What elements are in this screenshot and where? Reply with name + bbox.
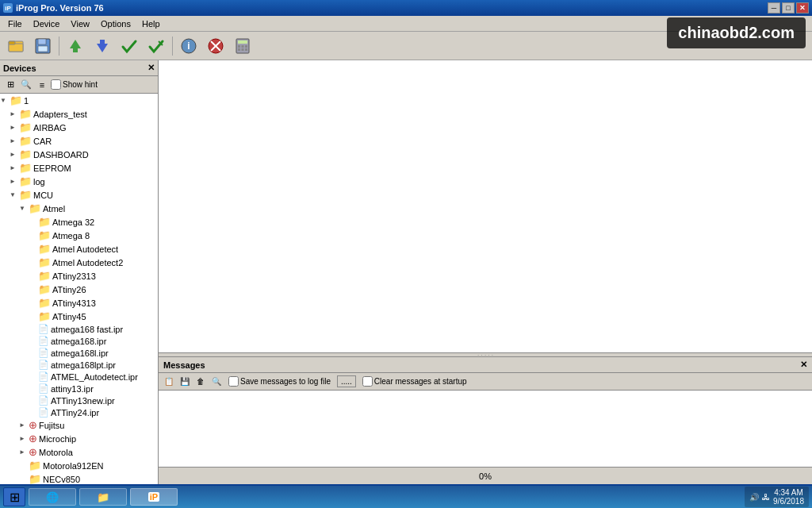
tree-item[interactable]: ▼ 📁 MCU bbox=[0, 188, 158, 202]
svg-rect-18 bbox=[238, 45, 240, 48]
taskbar-iprog[interactable]: iP bbox=[130, 488, 178, 506]
start-button[interactable]: ⊞ bbox=[3, 487, 25, 506]
verify-button[interactable] bbox=[117, 35, 142, 57]
toolbar-separator-2 bbox=[172, 37, 173, 56]
open-button[interactable] bbox=[3, 35, 29, 57]
msg-clear-btn[interactable]: 🗑 bbox=[193, 375, 208, 388]
tree-item[interactable]: 📁 NECv850 bbox=[0, 472, 158, 484]
tree-item[interactable]: 📁 ATtiny26 bbox=[0, 283, 158, 296]
tree-item[interactable]: 📄 atmega168lpt.ipr bbox=[0, 359, 158, 371]
tree-item[interactable]: ► ⊕ Motorola bbox=[0, 445, 158, 459]
svg-marker-8 bbox=[97, 44, 108, 52]
close-messages-icon[interactable]: ✕ bbox=[800, 360, 807, 370]
tree-item[interactable]: ▼ 📁 1 bbox=[0, 94, 158, 107]
tree-item[interactable]: 📄 ATMEL_Autodetect.ipr bbox=[0, 371, 158, 383]
tree-item[interactable]: 📄 attiny13.ipr bbox=[0, 383, 158, 394]
tree-item[interactable]: 📄 atmega168 fast.ipr bbox=[0, 323, 158, 335]
save-log-label: Save messages to log file bbox=[228, 376, 331, 387]
messages-title: Messages bbox=[163, 360, 205, 370]
taskbar: ⊞ 🌐 📁 iP 🔊 🖧 4:34 AM 9/6/2018 bbox=[0, 484, 812, 508]
watermark: chinaobd2.com bbox=[667, 17, 806, 48]
explorer-icon: 📁 bbox=[97, 491, 109, 503]
config-button[interactable] bbox=[144, 35, 169, 57]
menu-view[interactable]: View bbox=[66, 17, 94, 30]
tree-item[interactable]: 📄 ATTiny24.ipr bbox=[0, 406, 158, 418]
tree-item[interactable]: ► 📁 DASHBOARD bbox=[0, 148, 158, 161]
messages-panel: Messages ✕ 📋 💾 🗑 🔍 Save messages to log … bbox=[159, 357, 812, 484]
clear-messages-checkbox[interactable] bbox=[362, 376, 373, 387]
tree-item[interactable]: ► 📁 Adapters_test bbox=[0, 107, 158, 121]
messages-toolbar: 📋 💾 🗑 🔍 Save messages to log file ..... … bbox=[159, 373, 812, 391]
messages-options: Save messages to log file ..... Clear me… bbox=[228, 375, 467, 387]
show-hint-checkbox[interactable] bbox=[51, 79, 61, 90]
tree-item[interactable]: 📁 ATtiny45 bbox=[0, 310, 158, 323]
tree-item[interactable]: 📄 atmega168.ipr bbox=[0, 335, 158, 347]
svg-rect-20 bbox=[245, 45, 247, 48]
close-button[interactable]: ✕ bbox=[796, 2, 809, 13]
save-button[interactable] bbox=[30, 35, 56, 57]
minimize-button[interactable]: ─ bbox=[768, 2, 780, 13]
tree-item[interactable]: 📁 ATtiny4313 bbox=[0, 296, 158, 310]
tray-area: 🔊 🖧 4:34 AM 9/6/2018 bbox=[745, 487, 809, 507]
main-area bbox=[159, 60, 812, 352]
menu-device[interactable]: Device bbox=[29, 17, 65, 30]
tree-item[interactable]: ► 📁 AIRBAG bbox=[0, 121, 158, 134]
download-button[interactable] bbox=[90, 35, 115, 57]
tree-item[interactable]: ► 📁 log bbox=[0, 175, 158, 188]
tree-item[interactable]: 📄 atmega168l.ipr bbox=[0, 347, 158, 359]
tree-item[interactable]: ► ⊕ Fujitsu bbox=[0, 418, 158, 432]
svg-marker-6 bbox=[70, 40, 81, 48]
maximize-button[interactable]: □ bbox=[782, 2, 795, 13]
clock: 4:34 AM 9/6/2018 bbox=[773, 488, 804, 506]
svg-rect-7 bbox=[73, 48, 78, 52]
tree-item[interactable]: ► 📁 CAR bbox=[0, 134, 158, 148]
msg-copy-btn[interactable]: 📋 bbox=[162, 375, 176, 388]
svg-rect-17 bbox=[238, 40, 247, 44]
menu-file[interactable]: File bbox=[3, 17, 27, 30]
svg-rect-22 bbox=[242, 48, 244, 51]
tree-item[interactable]: 📁 Atmega 32 bbox=[0, 215, 158, 229]
tree-item[interactable]: 📁 Atmega 8 bbox=[0, 229, 158, 242]
tree-item[interactable]: 📁 Atmel Autodetect bbox=[0, 242, 158, 256]
tree-item[interactable]: 📁 Atmel Autodetect2 bbox=[0, 256, 158, 269]
devices-panel: Devices ✕ ⊞ 🔍 ≡ Show hint ▼ 📁 1 ► 📁 Adap… bbox=[0, 60, 159, 484]
network-icon: 🖧 bbox=[762, 493, 770, 502]
msg-save-btn[interactable]: 💾 bbox=[178, 375, 192, 388]
browse-button[interactable]: ..... bbox=[337, 375, 356, 387]
svg-rect-2 bbox=[9, 41, 15, 44]
messages-content bbox=[159, 391, 812, 467]
devices-grid-btn[interactable]: ⊞ bbox=[3, 79, 17, 91]
menu-options[interactable]: Options bbox=[96, 17, 136, 30]
svg-text:i: i bbox=[187, 40, 190, 52]
toolbar-separator-1 bbox=[59, 37, 59, 56]
taskbar-right: 🔊 🖧 4:34 AM 9/6/2018 bbox=[745, 487, 809, 507]
tree-item[interactable]: ► 📁 EEPROM bbox=[0, 161, 158, 175]
menu-help[interactable]: Help bbox=[137, 17, 165, 30]
taskbar-explorer[interactable]: 📁 bbox=[79, 488, 127, 506]
svg-rect-4 bbox=[38, 39, 46, 44]
main-layout: Devices ✕ ⊞ 🔍 ≡ Show hint ▼ 📁 1 ► 📁 Adap… bbox=[0, 60, 812, 484]
devices-list-btn[interactable]: ≡ bbox=[35, 79, 49, 91]
info-button[interactable]: i bbox=[176, 35, 201, 57]
upload-button[interactable] bbox=[63, 35, 88, 57]
msg-find-btn[interactable]: 🔍 bbox=[209, 375, 224, 388]
messages-header: Messages ✕ bbox=[159, 357, 812, 373]
stop-button[interactable] bbox=[203, 35, 228, 57]
ie-icon: 🌐 bbox=[46, 491, 59, 503]
devices-search-btn[interactable]: 🔍 bbox=[19, 79, 33, 91]
tree-item[interactable]: 📁 Motorola912EN bbox=[0, 459, 158, 472]
close-devices-icon[interactable]: ✕ bbox=[147, 63, 155, 73]
calc-button[interactable] bbox=[230, 35, 255, 57]
save-log-checkbox[interactable] bbox=[228, 376, 239, 387]
tree-item[interactable]: ▼ 📁 Atmel bbox=[0, 202, 158, 215]
tree-container[interactable]: ▼ 📁 1 ► 📁 Adapters_test ► 📁 AIRBAG ► 📁 C… bbox=[0, 94, 158, 484]
tree-item[interactable]: 📁 ATtiny2313 bbox=[0, 269, 158, 283]
taskbar-ie[interactable]: 🌐 bbox=[29, 488, 76, 506]
tree-item[interactable]: ► ⊕ Microchip bbox=[0, 432, 158, 445]
devices-header: Devices ✕ bbox=[0, 60, 158, 76]
svg-rect-5 bbox=[38, 46, 48, 52]
progress-text: 0% bbox=[165, 471, 806, 481]
show-hint-label: Show hint bbox=[63, 80, 98, 89]
svg-rect-21 bbox=[238, 48, 240, 51]
tree-item[interactable]: 📄 ATTiny13new.ipr bbox=[0, 394, 158, 406]
